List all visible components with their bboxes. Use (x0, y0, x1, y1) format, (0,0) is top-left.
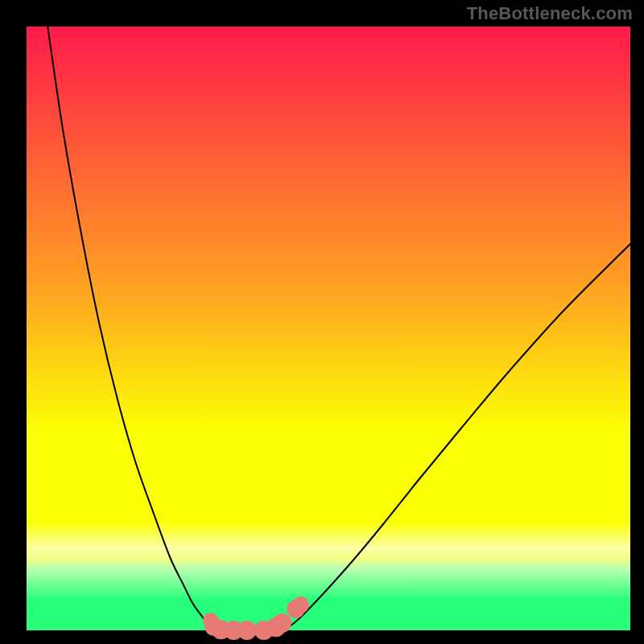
data-marker (237, 621, 257, 640)
bottleneck-curve (47, 27, 630, 630)
watermark-text: TheBottleneck.com (467, 3, 633, 24)
plot-area (27, 27, 630, 630)
data-marker (272, 613, 291, 633)
data-marker (292, 597, 309, 613)
curve-layer (27, 27, 630, 630)
chart-frame: TheBottleneck.com (0, 0, 644, 644)
